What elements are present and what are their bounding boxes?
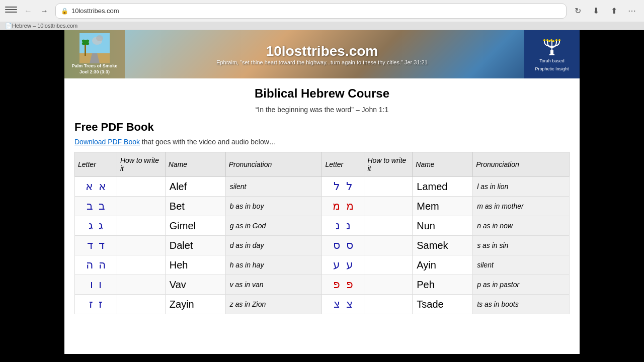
banner-left-text1: Palm Trees of Smoke xyxy=(72,63,118,69)
hebrew-char-cursive: ע xyxy=(346,258,353,271)
table-cell-name: Nun xyxy=(413,216,473,236)
table-row: מ מ xyxy=(322,197,364,216)
svg-point-14 xyxy=(555,39,557,41)
hebrew-char-print: א xyxy=(86,180,93,193)
table-cell-pron: silent xyxy=(225,177,322,197)
banner-left-text2: Joel 2:30 (3:3) xyxy=(79,69,110,75)
banner-right: Torah based Prophetic Insight xyxy=(524,30,580,78)
table-cell-name: Mem xyxy=(413,197,473,216)
svg-point-13 xyxy=(550,39,552,41)
th-name-1: Name xyxy=(165,152,225,177)
hebrew-char-print: צ xyxy=(334,298,340,310)
table-cell-name: Gimel xyxy=(165,216,225,236)
hebrew-char-print: ל xyxy=(334,180,340,193)
hebrew-char-cursive: ד xyxy=(99,239,105,251)
back-button[interactable]: ← xyxy=(21,4,35,18)
hebrew-char-print: ה xyxy=(86,258,93,271)
table-cell-pron: d as in day xyxy=(225,236,322,255)
page-title: Biblical Hebrew Course xyxy=(74,86,570,101)
url-text: 10losttribes.com xyxy=(71,7,119,15)
download-pdf-link[interactable]: Download PDF Book xyxy=(74,138,140,146)
browser-chrome: ← → 🔒 10losttribes.com ↻ ⬇ ⬆ ⋯ 📄 Hebrew … xyxy=(0,0,644,30)
browser-toolbar: ← → 🔒 10losttribes.com ↻ ⬇ ⬆ ⋯ xyxy=(0,0,644,22)
th-name-2: Name xyxy=(413,152,473,177)
table-cell-write xyxy=(364,295,413,314)
table-cell-pron: l as in lion xyxy=(473,177,570,197)
table-cell-pron: p as in pastor xyxy=(473,275,570,295)
svg-rect-3 xyxy=(85,43,86,56)
table-row: א א xyxy=(75,177,117,197)
table-cell-write xyxy=(117,216,165,236)
table-cell-write xyxy=(117,197,165,216)
table-cell-name: Samek xyxy=(413,236,473,255)
table-row: ו ו xyxy=(75,275,117,295)
more-button[interactable]: ⋯ xyxy=(625,4,639,18)
download-button[interactable]: ⬇ xyxy=(589,4,603,18)
table-cell-write xyxy=(117,255,165,275)
th-write-2: How to write it xyxy=(364,152,413,177)
table-cell-name: Heh xyxy=(165,255,225,275)
table-cell-pron: g as in God xyxy=(225,216,322,236)
hebrew-char-cursive: פ xyxy=(346,278,353,291)
table-row: צ צ xyxy=(322,295,364,314)
address-bar[interactable]: 🔒 10losttribes.com xyxy=(55,4,567,19)
table-cell-write xyxy=(364,177,413,197)
table-cell-pron: s as in sin xyxy=(473,236,570,255)
page-quote: “In the beginning was the word” – John 1… xyxy=(74,106,570,114)
table-cell-write xyxy=(364,236,413,255)
table-cell-write xyxy=(364,197,413,216)
table-cell-name: Tsade xyxy=(413,295,473,314)
hebrew-char-cursive: ה xyxy=(99,258,106,271)
table-row: ג ג xyxy=(75,216,117,236)
hebrew-char-cursive: ס xyxy=(346,239,353,251)
banner-right-text2: Prophetic Insight xyxy=(535,66,569,72)
table-cell-name: Zayin xyxy=(165,295,225,314)
table-row: ה ה xyxy=(75,255,117,275)
table-cell-write xyxy=(364,255,413,275)
table-cell-write xyxy=(117,275,165,295)
table-row: ב ב xyxy=(75,197,117,216)
tab-bar: 📄 Hebrew – 10losttribes.com xyxy=(0,22,644,30)
forward-button[interactable]: → xyxy=(37,4,51,18)
table-cell-name: Peh xyxy=(413,275,473,295)
share-button[interactable]: ⬆ xyxy=(607,4,621,18)
svg-point-15 xyxy=(558,39,560,41)
table-cell-name: Lamed xyxy=(413,177,473,197)
lock-icon: 🔒 xyxy=(61,8,68,15)
svg-point-11 xyxy=(543,39,545,41)
table-cell-name: Ayin xyxy=(413,255,473,275)
table-cell-pron: m as in mother xyxy=(473,197,570,216)
table-row: ז ז xyxy=(75,295,117,314)
hebrew-char-cursive: ל xyxy=(346,180,353,193)
sidebar-toggle[interactable] xyxy=(5,7,17,16)
table-cell-pron: n as in now xyxy=(473,216,570,236)
hebrew-char-print: ס xyxy=(333,239,340,251)
tab-title: Hebrew – 10losttribes.com xyxy=(12,23,77,29)
banner-illustration xyxy=(79,33,110,63)
menorah-icon xyxy=(539,36,565,56)
hebrew-char-cursive: ו xyxy=(99,278,102,291)
table-cell-name: Vav xyxy=(165,275,225,295)
hebrew-char-print: ז xyxy=(89,298,93,310)
table-cell-pron: h as in hay xyxy=(225,255,322,275)
main-content: Biblical Hebrew Course “In the beginning… xyxy=(64,78,580,322)
hebrew-char-cursive: ז xyxy=(99,298,103,310)
th-pron-2: Pronunciation xyxy=(473,152,570,177)
th-pron-1: Pronunciation xyxy=(225,152,322,177)
table-row: נ נ xyxy=(322,216,364,236)
refresh-button[interactable]: ↻ xyxy=(571,4,585,18)
table-cell-write xyxy=(364,275,413,295)
table-row: ע ע xyxy=(322,255,364,275)
svg-point-16 xyxy=(548,40,550,42)
hebrew-table: Letter How to write it Name Pronunciatio… xyxy=(74,152,570,314)
table-cell-write xyxy=(364,216,413,236)
table-cell-name: Bet xyxy=(165,197,225,216)
hebrew-char-print: ד xyxy=(87,239,93,251)
table-cell-pron: b as in boy xyxy=(225,197,322,216)
hebrew-char-print: פ xyxy=(333,278,340,291)
svg-point-12 xyxy=(546,39,548,41)
hebrew-char-print: ב xyxy=(87,200,93,212)
hebrew-char-cursive: א xyxy=(99,180,106,193)
table-row: פ פ xyxy=(322,275,364,295)
hebrew-char-cursive: ב xyxy=(99,200,105,212)
